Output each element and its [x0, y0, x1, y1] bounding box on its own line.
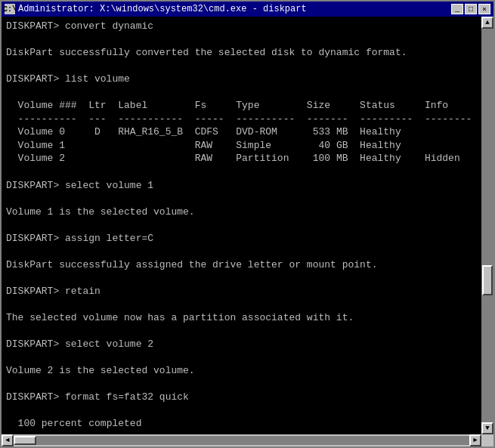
- window-frame: C:\ Administrator: X:\windows\system32\c…: [0, 0, 495, 448]
- scroll-down-button[interactable]: ▼: [481, 422, 493, 434]
- close-button[interactable]: ✕: [478, 4, 490, 14]
- scrollbar-v-thumb[interactable]: [482, 265, 493, 295]
- bottom-bar: ◄ ►: [2, 434, 493, 446]
- scrollbar-area: DISKPART> convert dynamic DiskPart succe…: [2, 17, 493, 434]
- scroll-left-button[interactable]: ◄: [2, 434, 14, 446]
- title-bar: C:\ Administrator: X:\windows\system32\c…: [2, 2, 493, 17]
- title-bar-left: C:\ Administrator: X:\windows\system32\c…: [5, 4, 307, 14]
- cmd-icon: C:\: [5, 4, 15, 14]
- scroll-right-button[interactable]: ►: [469, 434, 481, 446]
- console-text: DISKPART> convert dynamic DiskPart succe…: [6, 20, 477, 434]
- window-title: Administrator: X:\windows\system32\cmd.e…: [18, 4, 307, 14]
- minimize-button[interactable]: _: [451, 4, 463, 14]
- scrollbar-h-thumb[interactable]: [14, 436, 36, 445]
- scrollbar-v-track[interactable]: [481, 29, 493, 422]
- vertical-scrollbar[interactable]: ▲ ▼: [481, 17, 493, 434]
- scroll-up-button[interactable]: ▲: [481, 17, 493, 29]
- maximize-button[interactable]: □: [465, 4, 477, 14]
- scrollbar-corner: [481, 434, 493, 446]
- title-buttons: _ □ ✕: [451, 4, 490, 14]
- console-output[interactable]: DISKPART> convert dynamic DiskPart succe…: [2, 17, 481, 434]
- scrollbar-h-track[interactable]: [14, 436, 469, 445]
